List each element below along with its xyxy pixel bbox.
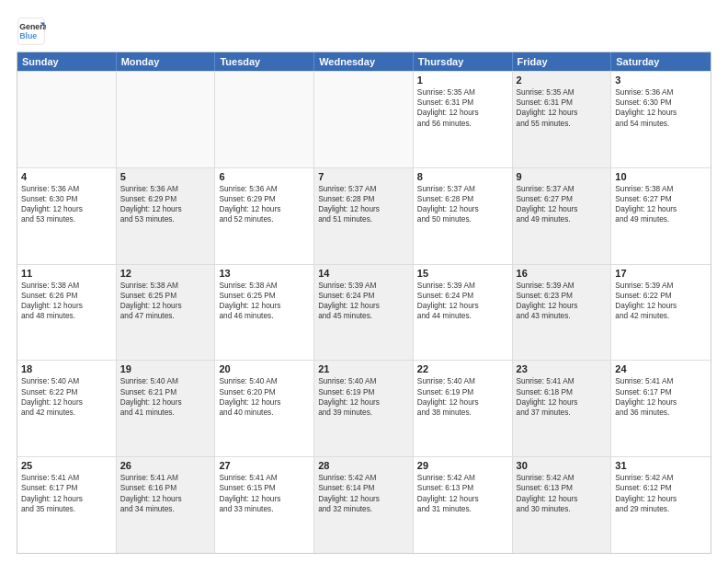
empty-cell xyxy=(314,72,414,167)
cell-info-line: Daylight: 12 hours xyxy=(219,494,310,504)
cell-info-line: Daylight: 12 hours xyxy=(120,301,211,311)
cell-info-line: Sunset: 6:25 PM xyxy=(219,291,310,301)
header-day-saturday: Saturday xyxy=(611,52,711,71)
day-cell-28: 28Sunrise: 5:42 AMSunset: 6:14 PMDayligh… xyxy=(314,457,414,553)
day-cell-30: 30Sunrise: 5:42 AMSunset: 6:13 PMDayligh… xyxy=(513,457,612,553)
day-cell-26: 26Sunrise: 5:41 AMSunset: 6:16 PMDayligh… xyxy=(117,457,216,553)
cell-info-line: Sunset: 6:30 PM xyxy=(21,194,112,204)
cell-info-line: Sunrise: 5:42 AM xyxy=(417,473,508,483)
cell-info-line: Daylight: 12 hours xyxy=(120,204,211,214)
cell-info-line: Daylight: 12 hours xyxy=(517,204,608,214)
page: General Blue SundayMondayTuesdayWednesda… xyxy=(0,0,728,563)
cell-info-line: Daylight: 12 hours xyxy=(517,494,608,504)
cell-info-line: and 51 minutes. xyxy=(318,214,409,224)
cell-info-line: Daylight: 12 hours xyxy=(615,397,707,408)
cell-info-line: Sunrise: 5:37 AM xyxy=(318,184,409,194)
cell-info-line: and 42 minutes. xyxy=(615,311,707,321)
day-number: 8 xyxy=(417,171,508,182)
cell-info-line: Daylight: 12 hours xyxy=(318,494,409,504)
empty-cell xyxy=(117,72,216,167)
calendar-row-3: 18Sunrise: 5:40 AMSunset: 6:22 PMDayligh… xyxy=(17,360,711,456)
cell-info-line: Sunset: 6:22 PM xyxy=(615,291,707,301)
calendar-body: 1Sunrise: 5:35 AMSunset: 6:31 PMDaylight… xyxy=(17,71,711,553)
logo-icon: General Blue xyxy=(17,17,46,46)
cell-info-line: Sunrise: 5:41 AM xyxy=(615,376,707,386)
cell-info-line: Sunset: 6:31 PM xyxy=(517,98,608,108)
day-cell-14: 14Sunrise: 5:39 AMSunset: 6:24 PMDayligh… xyxy=(314,265,414,361)
day-number: 25 xyxy=(21,460,112,471)
day-cell-16: 16Sunrise: 5:39 AMSunset: 6:23 PMDayligh… xyxy=(513,265,612,361)
day-number: 16 xyxy=(517,268,608,279)
day-number: 18 xyxy=(21,363,112,374)
cell-info-line: Sunrise: 5:36 AM xyxy=(219,184,310,194)
cell-info-line: Sunrise: 5:40 AM xyxy=(21,376,112,386)
calendar-row-0: 1Sunrise: 5:35 AMSunset: 6:31 PMDaylight… xyxy=(17,71,711,167)
cell-info-line: Sunrise: 5:39 AM xyxy=(318,281,409,291)
day-number: 20 xyxy=(219,363,310,374)
cell-info-line: Sunrise: 5:39 AM xyxy=(417,281,508,291)
day-cell-17: 17Sunrise: 5:39 AMSunset: 6:22 PMDayligh… xyxy=(611,265,711,361)
cell-info-line: Sunset: 6:28 PM xyxy=(417,194,508,204)
day-cell-8: 8Sunrise: 5:37 AMSunset: 6:28 PMDaylight… xyxy=(414,168,513,264)
cell-info-line: and 48 minutes. xyxy=(21,311,112,321)
day-number: 14 xyxy=(318,268,409,279)
cell-info-line: Sunrise: 5:40 AM xyxy=(318,376,409,386)
cell-info-line: and 56 minutes. xyxy=(417,119,508,129)
day-cell-9: 9Sunrise: 5:37 AMSunset: 6:27 PMDaylight… xyxy=(513,168,612,264)
day-number: 3 xyxy=(615,75,707,86)
day-number: 19 xyxy=(120,363,211,374)
cell-info-line: Daylight: 12 hours xyxy=(219,301,310,311)
cell-info-line: Sunset: 6:29 PM xyxy=(219,194,310,204)
cell-info-line: and 42 minutes. xyxy=(21,408,112,418)
cell-info-line: Daylight: 12 hours xyxy=(21,204,112,214)
cell-info-line: Sunrise: 5:37 AM xyxy=(417,184,508,194)
cell-info-line: Daylight: 12 hours xyxy=(517,301,608,311)
cell-info-line: Sunrise: 5:38 AM xyxy=(120,281,211,291)
day-cell-13: 13Sunrise: 5:38 AMSunset: 6:25 PMDayligh… xyxy=(215,265,314,361)
cell-info-line: and 55 minutes. xyxy=(517,119,608,129)
cell-info-line: Daylight: 12 hours xyxy=(417,204,508,214)
cell-info-line: Daylight: 12 hours xyxy=(21,494,112,504)
day-number: 10 xyxy=(615,171,707,182)
day-cell-21: 21Sunrise: 5:40 AMSunset: 6:19 PMDayligh… xyxy=(314,361,414,456)
cell-info-line: Daylight: 12 hours xyxy=(21,397,112,408)
day-number: 7 xyxy=(318,171,409,182)
cell-info-line: and 50 minutes. xyxy=(417,214,508,224)
cell-info-line: and 41 minutes. xyxy=(120,408,211,418)
svg-text:Blue: Blue xyxy=(19,31,37,40)
day-cell-18: 18Sunrise: 5:40 AMSunset: 6:22 PMDayligh… xyxy=(17,361,117,456)
day-cell-15: 15Sunrise: 5:39 AMSunset: 6:24 PMDayligh… xyxy=(414,265,513,361)
cell-info-line: Sunset: 6:29 PM xyxy=(120,194,211,204)
cell-info-line: Daylight: 12 hours xyxy=(417,494,508,504)
cell-info-line: Daylight: 12 hours xyxy=(615,494,707,504)
day-cell-4: 4Sunrise: 5:36 AMSunset: 6:30 PMDaylight… xyxy=(17,168,117,264)
day-cell-2: 2Sunrise: 5:35 AMSunset: 6:31 PMDaylight… xyxy=(513,72,612,167)
cell-info-line: Sunset: 6:12 PM xyxy=(615,483,707,493)
day-number: 28 xyxy=(318,460,409,471)
cell-info-line: Daylight: 12 hours xyxy=(417,108,508,118)
cell-info-line: Sunset: 6:26 PM xyxy=(21,291,112,301)
day-cell-22: 22Sunrise: 5:40 AMSunset: 6:19 PMDayligh… xyxy=(414,361,513,456)
day-cell-7: 7Sunrise: 5:37 AMSunset: 6:28 PMDaylight… xyxy=(314,168,414,264)
cell-info-line: Daylight: 12 hours xyxy=(615,108,707,118)
cell-info-line: and 47 minutes. xyxy=(120,311,211,321)
cell-info-line: Sunset: 6:24 PM xyxy=(318,291,409,301)
cell-info-line: Daylight: 12 hours xyxy=(517,108,608,118)
cell-info-line: and 37 minutes. xyxy=(517,408,608,418)
cell-info-line: Sunset: 6:17 PM xyxy=(615,387,707,397)
cell-info-line: Sunrise: 5:37 AM xyxy=(517,184,608,194)
cell-info-line: Sunrise: 5:40 AM xyxy=(219,376,310,386)
cell-info-line: Sunset: 6:27 PM xyxy=(517,194,608,204)
cell-info-line: Daylight: 12 hours xyxy=(517,397,608,408)
cell-info-line: Sunset: 6:21 PM xyxy=(120,387,211,397)
cell-info-line: Sunset: 6:20 PM xyxy=(219,387,310,397)
cell-info-line: and 30 minutes. xyxy=(517,504,608,514)
cell-info-line: Sunrise: 5:40 AM xyxy=(417,376,508,386)
day-cell-1: 1Sunrise: 5:35 AMSunset: 6:31 PMDaylight… xyxy=(414,72,513,167)
cell-info-line: Sunrise: 5:42 AM xyxy=(517,473,608,483)
cell-info-line: and 29 minutes. xyxy=(615,504,707,514)
day-number: 9 xyxy=(517,171,608,182)
logo: General Blue xyxy=(17,17,46,46)
day-number: 15 xyxy=(417,268,508,279)
header-day-tuesday: Tuesday xyxy=(215,52,314,71)
